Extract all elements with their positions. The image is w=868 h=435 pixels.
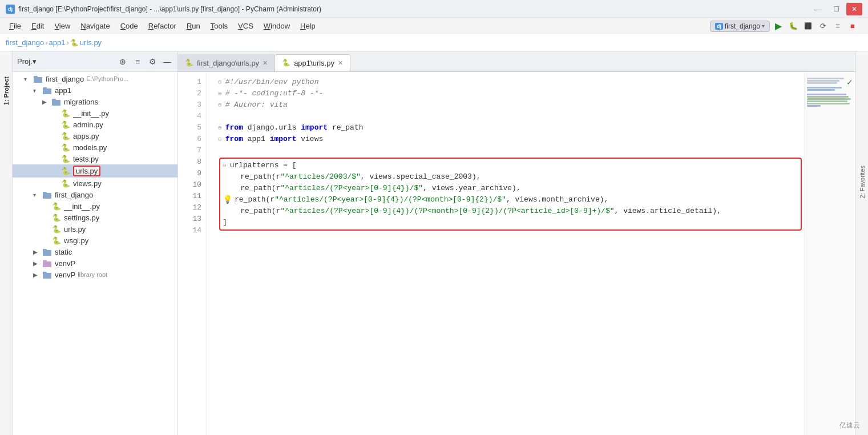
menu-edit[interactable]: Edit: [27, 21, 49, 31]
lightbulb-icon: 💡: [223, 194, 232, 206]
code-line-13: ]: [223, 217, 798, 228]
breadcrumb-file[interactable]: 🐍 urls.py: [70, 38, 102, 47]
svg-rect-13: [43, 272, 47, 274]
code-line-12: re_path(r"^articles/(?P<year>[0-9]{4})/(…: [223, 206, 798, 217]
debug-button[interactable]: 🐛: [787, 20, 800, 33]
tab-app1-urls-close[interactable]: ✕: [338, 59, 343, 67]
project-add-btn[interactable]: ⊕: [117, 56, 128, 67]
tree-item-admin[interactable]: 🐍 admin.py: [13, 119, 177, 130]
tree-item-tests[interactable]: 🐍 tests.py: [13, 153, 177, 164]
tree-item-wsgi[interactable]: 🐍 wsgi.py: [13, 235, 177, 246]
title-bar: dj first_django [E:\PythonProject\first_…: [0, 0, 868, 18]
code-line-2: ⊖ # -*- coding:utf-8 -*-: [218, 88, 804, 99]
svg-rect-9: [43, 249, 47, 251]
breadcrumb-app1[interactable]: app1: [49, 38, 66, 47]
tree-item-static[interactable]: ▶ static: [13, 246, 177, 257]
svg-rect-5: [52, 99, 56, 101]
line-num-3: 3: [178, 99, 206, 111]
line-num-9: 9: [178, 168, 206, 179]
maximize-button[interactable]: ☐: [828, 3, 844, 15]
editor-area: 🐍 first_django\urls.py ✕ 🐍 app1\urls.py …: [178, 51, 855, 435]
line-num-12: 12: [178, 202, 206, 214]
menu-run[interactable]: Run: [182, 21, 205, 31]
code-line-6: ⊖ from app1 import views: [218, 134, 804, 145]
project-minimize-btn[interactable]: —: [162, 56, 173, 67]
tree-item-init-main[interactable]: 🐍 __init__.py: [13, 200, 177, 212]
project-tab-label[interactable]: 1: Project: [2, 74, 11, 107]
menu-vcs[interactable]: VCS: [233, 21, 258, 31]
line-numbers: 1 2 3 4 5 6 7 8 9 10 11 12 13 14: [178, 72, 207, 435]
run-config-selector[interactable]: dj first_django ▾: [710, 21, 770, 32]
svg-rect-11: [43, 260, 47, 263]
line-num-1: 1: [178, 76, 206, 88]
run-button[interactable]: ▶: [772, 20, 785, 33]
code-line-5: ⊖ from django.urls import re_path: [218, 122, 804, 134]
minimap: ✓: [804, 72, 855, 435]
menu-refactor[interactable]: Refactor: [144, 21, 181, 31]
menu-code[interactable]: Code: [116, 21, 143, 31]
tab-main-urls[interactable]: 🐍 first_django\urls.py ✕: [178, 54, 275, 71]
minimize-button[interactable]: —: [810, 3, 826, 15]
favorites-tab-label[interactable]: 2: Favorites: [859, 166, 866, 198]
line-num-2: 2: [178, 88, 206, 99]
tree-item-views[interactable]: 🐍 views.py: [13, 178, 177, 189]
menu-file[interactable]: File: [5, 21, 26, 31]
project-toolbar: Proj.▾ ⊕ ≡ ⚙ —: [13, 51, 177, 72]
tree-item-urls-app1[interactable]: 🐍 urls.py: [13, 164, 177, 178]
menu-window[interactable]: Window: [259, 21, 294, 31]
code-line-8: ⊖ urlpatterns = [: [223, 160, 798, 171]
tree-item-apps[interactable]: 🐍 apps.py: [13, 130, 177, 142]
breadcrumb-path: first_django › app1 › 🐍 urls.py: [6, 38, 102, 47]
favorites-panel: 2: Favorites: [855, 51, 868, 435]
menu-tools[interactable]: Tools: [206, 21, 232, 31]
project-settings-btn[interactable]: ⚙: [147, 56, 158, 67]
code-line-14: [218, 232, 804, 243]
code-container: 1 2 3 4 5 6 7 8 9 10 11 12 13 14 ⊖ #!/us…: [178, 72, 855, 435]
tree-item-first-django-root[interactable]: ▾ first_django E:\PythonPro...: [13, 73, 177, 84]
line-num-8: 8: [178, 156, 206, 168]
tab-main-urls-close[interactable]: ✕: [263, 59, 268, 67]
project-list-btn[interactable]: ≡: [132, 56, 143, 67]
line-num-13: 13: [178, 214, 206, 225]
menu-help[interactable]: Help: [296, 21, 320, 31]
code-line-11: 💡 re_path(r"^articles/(?P<year>[0-9]{4})…: [223, 194, 798, 206]
project-toolbar-title: Proj.▾: [17, 57, 37, 66]
stop-button[interactable]: ■: [846, 20, 859, 33]
menu-bar: File Edit View Navigate Code Refactor Ru…: [0, 18, 868, 34]
tree-item-init-app1[interactable]: 🐍 __init__.py: [13, 107, 177, 119]
breadcrumb-root[interactable]: first_django: [6, 38, 44, 47]
code-line-10: re_path(r"^articles/(?P<year>[0-9]{4})/$…: [223, 183, 798, 194]
line-num-10: 10: [178, 179, 206, 191]
tree-item-models[interactable]: 🐍 models.py: [13, 142, 177, 153]
title-bar-controls: — ☐ ✕: [810, 3, 862, 15]
svg-rect-7: [43, 192, 47, 194]
close-button[interactable]: ✕: [846, 3, 862, 15]
highlight-block: ⊖ urlpatterns = [ re_path(r"^articles/20…: [219, 158, 802, 231]
svg-rect-3: [43, 87, 47, 90]
project-panel: Proj.▾ ⊕ ≡ ⚙ — ▾ first_django E:\PythonP…: [13, 51, 178, 435]
tab-app1-urls[interactable]: 🐍 app1\urls.py ✕: [275, 54, 350, 71]
rerun-button[interactable]: ⟳: [817, 20, 829, 33]
tree-item-settings[interactable]: 🐍 settings.py: [13, 212, 177, 223]
line-num-14: 14: [178, 225, 206, 236]
watermark: 亿速云: [839, 421, 860, 430]
tree-item-venvp[interactable]: ▶ venvP library root: [13, 269, 177, 280]
stop-run-button[interactable]: ⬛: [802, 20, 814, 33]
tree-item-migrations[interactable]: ▶ migrations: [13, 96, 177, 107]
code-line-4: [218, 111, 804, 122]
menu-view[interactable]: View: [50, 21, 75, 31]
breadcrumb: first_django › app1 › 🐍 urls.py: [0, 34, 868, 51]
line-num-7: 7: [178, 145, 206, 156]
main-layout: 1: Project Proj.▾ ⊕ ≡ ⚙ — ▾ first_django…: [0, 51, 868, 435]
tree-item-templates[interactable]: ▶ venvP: [13, 257, 177, 269]
tree-item-first-django-inner[interactable]: ▾ first_django: [13, 189, 177, 200]
code-editor[interactable]: ⊖ #!/usr/bin/env python ⊖ # -*- coding:u…: [207, 72, 804, 435]
tree-item-urls-main[interactable]: 🐍 urls.py: [13, 223, 177, 235]
menu-navigate[interactable]: Navigate: [76, 21, 114, 31]
coverage-button[interactable]: ≡: [831, 20, 844, 33]
code-line-9: re_path(r"^articles/2003/$", views.speci…: [223, 171, 798, 183]
app-icon: dj: [6, 5, 15, 14]
code-line-1: ⊖ #!/usr/bin/env python: [218, 76, 804, 88]
line-num-6: 6: [178, 134, 206, 145]
tree-item-app1[interactable]: ▾ app1: [13, 84, 177, 96]
